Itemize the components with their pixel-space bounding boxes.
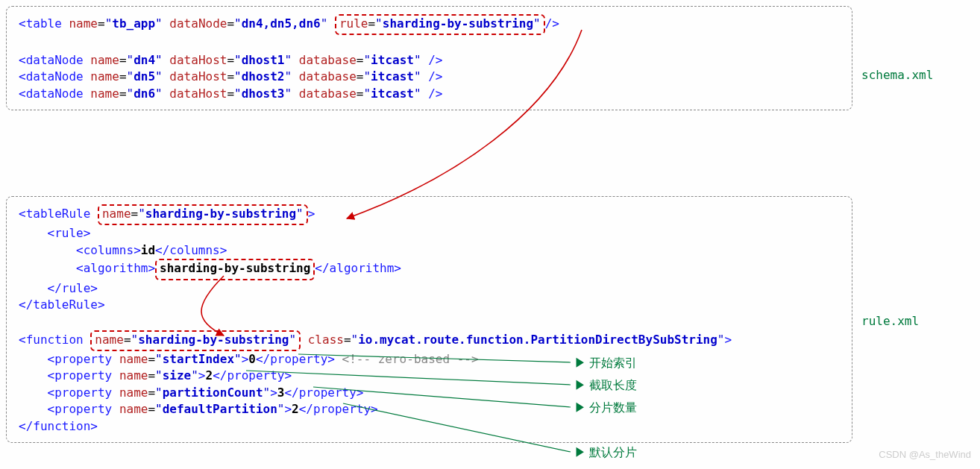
attr-value: dn4,dn5,dn6 — [242, 16, 321, 31]
code-line: <property name="startIndex">0</property>… — [19, 351, 840, 368]
annot-default-partition: ▶ 默认分片 — [574, 444, 637, 461]
highlight-algorithm: sharding-by-substring — [155, 259, 315, 280]
highlight-rule-attr: rule="sharding-by-substring" — [335, 14, 545, 35]
attr-name: dataNode — [169, 16, 227, 31]
attr-name: name — [69, 16, 98, 31]
tag-name: table — [26, 16, 62, 31]
code-line: <tableRule name="sharding-by-substring"> — [19, 204, 840, 225]
code-line: <table name="tb_app" dataNode="dn4,dn5,d… — [19, 14, 840, 35]
code-line: <property name="partitionCount">3</prope… — [19, 385, 840, 401]
code-line: <dataNode name="dn6" dataHost="dhost3" d… — [19, 86, 840, 102]
code-line: </rule> — [19, 280, 840, 297]
code-line: <property name="size">2</property> — [19, 368, 840, 384]
attr-value: tb_app — [112, 16, 155, 31]
watermark: CSDN @As_theWind — [879, 448, 971, 462]
code-line: <property name="defaultPartition">2</pro… — [19, 401, 840, 418]
code-line: <dataNode name="dn4" dataHost="dhost1" d… — [19, 52, 840, 69]
rule-xml-box: <tableRule name="sharding-by-substring">… — [6, 196, 852, 443]
code-line: <algorithm>sharding-by-substring</algori… — [19, 259, 840, 280]
file-label-rule: rule.xml — [861, 313, 919, 330]
annot-start-index: ▶ 开始索引 — [574, 355, 637, 371]
code-line: <function name="sharding-by-substring" c… — [19, 330, 840, 351]
code-line: <columns>id</columns> — [19, 242, 840, 259]
code-line: </tableRule> — [19, 297, 840, 313]
code-line: </function> — [19, 418, 840, 435]
file-label-schema: schema.xml — [861, 67, 933, 84]
annot-size: ▶ 截取长度 — [574, 377, 637, 394]
highlight-function-name: name="sharding-by-substring" — [90, 330, 301, 351]
code-line: <rule> — [19, 225, 840, 242]
schema-xml-box: <table name="tb_app" dataNode="dn4,dn5,d… — [6, 6, 852, 110]
code-line: <dataNode name="dn5" dataHost="dhost2" d… — [19, 69, 840, 85]
annot-partition-count: ▶ 分片数量 — [574, 400, 637, 416]
highlight-tablerule-name: name="sharding-by-substring" — [98, 204, 308, 225]
